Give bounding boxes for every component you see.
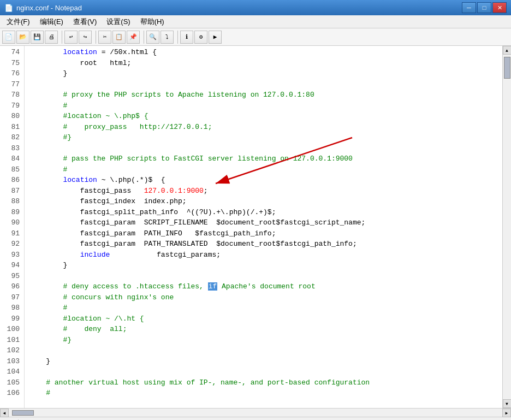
code-line-76: } <box>29 68 502 79</box>
code-line-75: root html; <box>29 58 502 69</box>
code-line-97: # concurs with nginx's one <box>29 292 502 303</box>
code-line-99: #location ~ /\.ht { <box>29 313 502 324</box>
comment-80: #location ~ \.php$ { <box>29 112 148 120</box>
line-num: 91 <box>2 228 20 239</box>
line-num: 78 <box>2 90 20 100</box>
keyword-include: include <box>80 251 110 259</box>
comment-100: # deny all; <box>29 325 127 333</box>
line-num: 87 <box>2 186 20 197</box>
line-numbers: 74 75 76 77 78 79 80 81 82 83 84 85 86 8… <box>0 46 25 408</box>
scroll-left-arrow[interactable]: ◄ <box>0 409 9 417</box>
scroll-track-v[interactable] <box>504 55 510 399</box>
comment-106: # <box>29 389 50 397</box>
line-num: 85 <box>2 164 20 175</box>
toolbar-separator-4 <box>176 31 178 44</box>
window-title-area: 📄 nginx.conf - Notepad <box>4 4 82 12</box>
line-num: 99 <box>2 313 20 324</box>
line-num: 106 <box>2 388 20 399</box>
scroll-thumb-h[interactable] <box>12 410 34 416</box>
line-num: 98 <box>2 303 20 313</box>
keyword-location-86: location <box>63 176 97 184</box>
line-num: 94 <box>2 260 20 271</box>
open-button[interactable]: 📂 <box>16 31 29 44</box>
toolbar-separator-1 <box>60 31 62 44</box>
scroll-up-arrow[interactable]: ▲ <box>503 46 512 55</box>
line-num: 82 <box>2 132 20 143</box>
code-line-96: # deny access to .htaccess files, if Apa… <box>29 281 502 292</box>
menu-file[interactable]: 文件(F) <box>2 16 34 28</box>
undo-button[interactable]: ↩ <box>64 31 78 44</box>
scroll-track-h[interactable] <box>9 409 502 417</box>
line-num: 104 <box>2 366 20 377</box>
line-num: 83 <box>2 143 20 154</box>
comment-85: # <box>29 165 67 174</box>
line-num: 92 <box>2 239 20 250</box>
comment-98: # <box>29 304 67 312</box>
extra-btn[interactable]: ▶ <box>209 31 222 44</box>
line-num: 80 <box>2 111 20 122</box>
redo-button[interactable]: ↪ <box>79 31 92 44</box>
code-line-81: # proxy_pass http://127.0.0.1; <box>29 122 502 133</box>
comment-78: # proxy the PHP scripts to Apache listen… <box>29 91 314 99</box>
window-controls: ─ □ ✕ <box>462 2 507 13</box>
line-num: 95 <box>2 271 20 282</box>
line-num: 79 <box>2 100 20 111</box>
code-line-79: # <box>29 100 502 111</box>
line-num: 100 <box>2 324 20 335</box>
code-line-84: # pass the PHP scripts to FastCGI server… <box>29 153 502 164</box>
menu-edit[interactable]: 编辑(E) <box>35 16 68 28</box>
code-line-90: fastcgi_param SCRIPT_FILENAME $document_… <box>29 217 502 228</box>
find-next-button[interactable]: ⤵ <box>161 31 174 44</box>
comment-82: #} <box>29 133 72 141</box>
info-button[interactable]: ℹ <box>180 31 193 44</box>
highlighted-if: if <box>208 282 218 291</box>
find-button[interactable]: 🔍 <box>146 31 159 44</box>
code-line-83 <box>29 143 502 154</box>
comment-105: # another virtual host using mix of IP-,… <box>29 378 370 387</box>
new-button[interactable]: 📄 <box>2 31 15 44</box>
print-button[interactable]: 🖨 <box>45 31 58 44</box>
minimize-button[interactable]: ─ <box>462 2 476 13</box>
scroll-right-arrow[interactable]: ► <box>502 409 511 417</box>
line-num: 77 <box>2 79 20 90</box>
menu-view[interactable]: 查看(V) <box>69 16 101 28</box>
scroll-down-arrow[interactable]: ▼ <box>503 399 512 408</box>
code-line-80: #location ~ \.php$ { <box>29 111 502 122</box>
code-line-103: } <box>29 356 502 367</box>
code-line-91: fastcgi_param PATH_INFO $fastcgi_path_in… <box>29 228 502 239</box>
code-line-77 <box>29 79 502 90</box>
code-line-98: # <box>29 303 502 313</box>
line-num: 101 <box>2 335 20 346</box>
title-bar: 📄 nginx.conf - Notepad ─ □ ✕ <box>0 0 511 15</box>
line-num: 103 <box>2 356 20 367</box>
comment-84: # pass the PHP scripts to FastCGI server… <box>29 155 353 163</box>
line-num: 86 <box>2 175 20 186</box>
comment-79: # <box>29 102 67 110</box>
code-content[interactable]: location = /50x.html { root html; } # pr… <box>25 46 502 408</box>
line-num: 88 <box>2 196 20 207</box>
cut-button[interactable]: ✂ <box>98 31 111 44</box>
code-line-102 <box>29 345 502 356</box>
fastcgi-ip: 127.0.0.1:9000 <box>144 187 204 195</box>
menu-settings[interactable]: 设置(S) <box>102 16 134 28</box>
vertical-scrollbar[interactable]: ▲ ▼ <box>502 46 511 408</box>
menu-help[interactable]: 帮助(H) <box>136 16 169 28</box>
line-num: 93 <box>2 250 20 261</box>
code-line-74: location = /50x.html { <box>29 47 502 58</box>
paste-button[interactable]: 📌 <box>127 31 140 44</box>
close-button[interactable]: ✕ <box>492 2 507 13</box>
copy-button[interactable]: 📋 <box>112 31 126 44</box>
settings-btn[interactable]: ⚙ <box>194 31 207 44</box>
comment-96: # deny access to .htaccess files, if Apa… <box>29 282 316 291</box>
save-button[interactable]: 💾 <box>31 31 44 44</box>
maximize-button[interactable]: □ <box>477 2 491 13</box>
code-line-105: # another virtual host using mix of IP-,… <box>29 377 502 388</box>
code-line-100: # deny all; <box>29 324 502 335</box>
horizontal-scrollbar-area: ◄ ► <box>0 408 511 417</box>
code-line-94: } <box>29 260 502 271</box>
code-line-85: # <box>29 164 502 175</box>
app-icon: 📄 <box>4 4 13 12</box>
toolbar: 📄 📂 💾 🖨 ↩ ↪ ✂ 📋 📌 🔍 ⤵ ℹ ⚙ ▶ <box>0 28 511 46</box>
keyword-location: location <box>63 48 97 56</box>
scroll-thumb-v[interactable] <box>504 57 510 79</box>
